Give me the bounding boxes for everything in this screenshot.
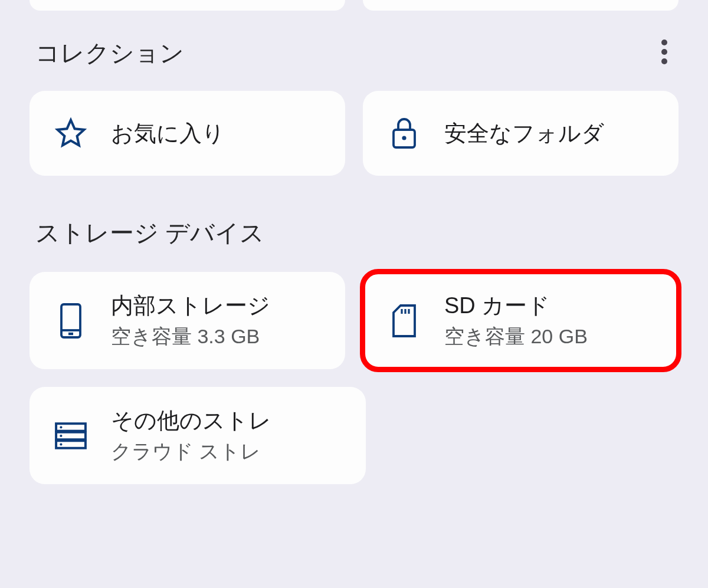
top-card-placeholder-right[interactable]	[363, 0, 678, 11]
favorites-card[interactable]: お気に入り	[30, 91, 345, 176]
svg-point-4	[402, 136, 406, 140]
favorites-label: お気に入り	[111, 119, 225, 149]
internal-storage-subtitle: 空き容量 3.3 GB	[111, 323, 270, 350]
safe-folder-label: 安全なフォルダ	[444, 119, 604, 149]
svg-point-16	[60, 443, 62, 445]
svg-point-1	[661, 49, 667, 55]
svg-rect-5	[61, 304, 80, 337]
internal-storage-text: 内部ストレージ 空き容量 3.3 GB	[111, 291, 270, 350]
storage-row-1: 内部ストレージ 空き容量 3.3 GB SD カード 空き容量 20 GB	[30, 272, 678, 369]
collections-header: コレクション	[30, 34, 678, 72]
collections-title: コレクション	[35, 37, 184, 70]
storage-title: ストレージ デバイス	[30, 217, 678, 249]
server-icon	[53, 418, 88, 454]
other-storage-subtitle: クラウド ストレ	[111, 438, 271, 465]
sdcard-icon	[386, 303, 422, 339]
safe-folder-text: 安全なフォルダ	[444, 119, 604, 149]
svg-point-15	[60, 434, 62, 436]
collections-row: お気に入り 安全なフォルダ	[30, 91, 678, 176]
other-storage-title: その他のストレ	[111, 406, 271, 436]
internal-storage-title: 内部ストレージ	[111, 291, 270, 321]
phone-icon	[53, 303, 88, 339]
internal-storage-card[interactable]: 内部ストレージ 空き容量 3.3 GB	[30, 272, 345, 369]
star-icon	[53, 116, 88, 151]
sd-card-text: SD カード 空き容量 20 GB	[444, 291, 588, 350]
svg-point-14	[60, 426, 62, 428]
sd-card-title: SD カード	[444, 291, 588, 321]
top-cards-row	[30, 0, 678, 11]
safe-folder-card[interactable]: 安全なフォルダ	[363, 91, 678, 176]
storage-empty-slot	[384, 387, 678, 484]
storage-row-2: その他のストレ クラウド ストレ	[30, 387, 678, 484]
svg-point-2	[661, 58, 667, 64]
more-vert-icon[interactable]	[656, 34, 673, 72]
other-storage-card[interactable]: その他のストレ クラウド ストレ	[30, 387, 366, 484]
lock-icon	[386, 116, 422, 151]
favorites-text: お気に入り	[111, 119, 225, 149]
sd-card-subtitle: 空き容量 20 GB	[444, 323, 588, 350]
top-card-placeholder-left[interactable]	[30, 0, 345, 11]
svg-point-0	[661, 40, 667, 45]
sd-card-card[interactable]: SD カード 空き容量 20 GB	[363, 272, 678, 369]
other-storage-text: その他のストレ クラウド ストレ	[111, 406, 271, 465]
